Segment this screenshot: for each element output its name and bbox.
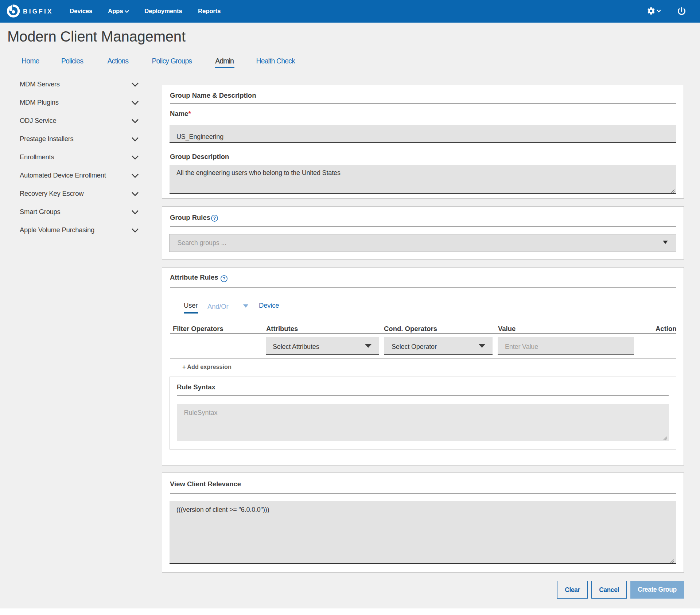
svg-text:?: ?: [222, 276, 225, 281]
svg-text:?: ?: [213, 215, 216, 221]
